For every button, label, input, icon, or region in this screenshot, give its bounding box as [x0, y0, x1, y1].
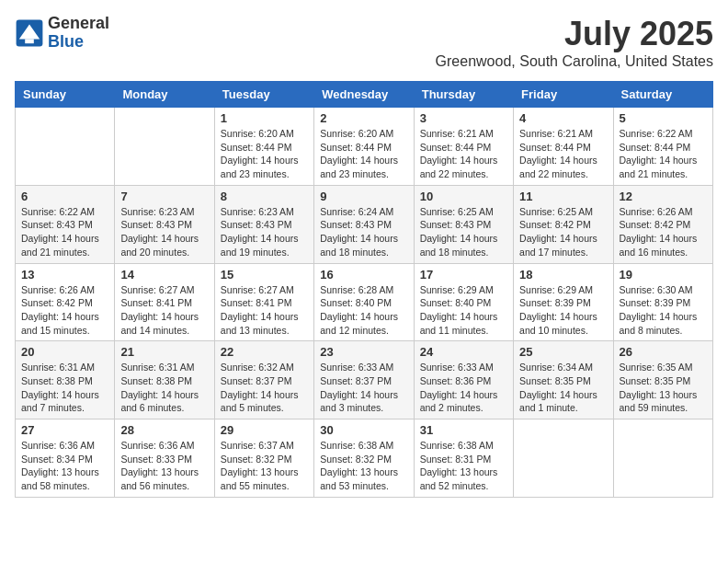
- month-title: July 2025: [436, 15, 713, 53]
- logo-blue-text: Blue: [48, 33, 109, 52]
- calendar-cell: 4Sunrise: 6:21 AM Sunset: 8:44 PM Daylig…: [514, 108, 613, 186]
- day-info: Sunrise: 6:33 AM Sunset: 8:36 PM Dayligh…: [420, 361, 507, 415]
- day-info: Sunrise: 6:20 AM Sunset: 8:44 PM Dayligh…: [320, 127, 407, 181]
- day-number: 14: [120, 268, 208, 282]
- calendar-week-row: 1Sunrise: 6:20 AM Sunset: 8:44 PM Daylig…: [16, 108, 713, 186]
- day-info: Sunrise: 6:36 AM Sunset: 8:33 PM Dayligh…: [120, 439, 208, 493]
- day-number: 31: [420, 423, 507, 437]
- calendar-cell: 7Sunrise: 6:23 AM Sunset: 8:43 PM Daylig…: [115, 185, 214, 263]
- day-info: Sunrise: 6:22 AM Sunset: 8:43 PM Dayligh…: [21, 205, 108, 259]
- day-info: Sunrise: 6:25 AM Sunset: 8:42 PM Dayligh…: [519, 205, 607, 259]
- day-number: 30: [320, 423, 407, 437]
- logo-icon: [15, 18, 44, 48]
- day-number: 1: [221, 111, 308, 125]
- calendar-cell: [514, 419, 613, 498]
- calendar-cell: 19Sunrise: 6:30 AM Sunset: 8:39 PM Dayli…: [613, 263, 712, 341]
- calendar-week-row: 20Sunrise: 6:31 AM Sunset: 8:38 PM Dayli…: [16, 341, 713, 419]
- calendar-week-row: 6Sunrise: 6:22 AM Sunset: 8:43 PM Daylig…: [16, 185, 713, 263]
- calendar-cell: 9Sunrise: 6:24 AM Sunset: 8:43 PM Daylig…: [314, 185, 414, 263]
- day-number: 13: [21, 268, 108, 282]
- calendar-table: SundayMondayTuesdayWednesdayThursdayFrid…: [15, 81, 713, 498]
- day-info: Sunrise: 6:26 AM Sunset: 8:42 PM Dayligh…: [21, 283, 108, 338]
- day-number: 22: [221, 345, 308, 359]
- day-number: 17: [420, 268, 507, 282]
- day-info: Sunrise: 6:32 AM Sunset: 8:37 PM Dayligh…: [221, 361, 308, 415]
- calendar-cell: [16, 108, 115, 186]
- day-info: Sunrise: 6:29 AM Sunset: 8:39 PM Dayligh…: [519, 283, 607, 338]
- day-number: 16: [320, 268, 407, 282]
- location-title: Greenwood, South Carolina, United States: [436, 53, 713, 70]
- calendar-cell: 5Sunrise: 6:22 AM Sunset: 8:44 PM Daylig…: [613, 108, 712, 186]
- calendar-cell: 10Sunrise: 6:25 AM Sunset: 8:43 PM Dayli…: [414, 185, 513, 263]
- calendar-cell: 15Sunrise: 6:27 AM Sunset: 8:41 PM Dayli…: [214, 263, 313, 341]
- day-info: Sunrise: 6:23 AM Sunset: 8:43 PM Dayligh…: [221, 205, 308, 259]
- logo: General Blue: [15, 15, 109, 52]
- title-block: July 2025 Greenwood, South Carolina, Uni…: [436, 15, 713, 70]
- weekday-header-row: SundayMondayTuesdayWednesdayThursdayFrid…: [16, 82, 713, 108]
- day-info: Sunrise: 6:30 AM Sunset: 8:39 PM Dayligh…: [620, 283, 707, 338]
- day-info: Sunrise: 6:31 AM Sunset: 8:38 PM Dayligh…: [21, 361, 108, 415]
- day-info: Sunrise: 6:38 AM Sunset: 8:31 PM Dayligh…: [420, 439, 507, 493]
- logo-general-text: General: [48, 15, 109, 33]
- day-info: Sunrise: 6:31 AM Sunset: 8:38 PM Dayligh…: [120, 361, 208, 415]
- day-info: Sunrise: 6:22 AM Sunset: 8:44 PM Dayligh…: [620, 127, 707, 181]
- svg-rect-2: [25, 39, 34, 43]
- day-info: Sunrise: 6:27 AM Sunset: 8:41 PM Dayligh…: [120, 283, 208, 338]
- day-number: 4: [519, 111, 607, 125]
- calendar-cell: 30Sunrise: 6:38 AM Sunset: 8:32 PM Dayli…: [314, 419, 414, 498]
- calendar-cell: 13Sunrise: 6:26 AM Sunset: 8:42 PM Dayli…: [16, 263, 115, 341]
- day-number: 23: [320, 345, 407, 359]
- calendar-cell: 29Sunrise: 6:37 AM Sunset: 8:32 PM Dayli…: [214, 419, 313, 498]
- day-info: Sunrise: 6:33 AM Sunset: 8:37 PM Dayligh…: [320, 361, 407, 415]
- weekday-header-wednesday: Wednesday: [314, 82, 414, 108]
- day-number: 12: [620, 190, 707, 203]
- weekday-header-saturday: Saturday: [613, 82, 712, 108]
- day-number: 6: [21, 190, 108, 203]
- calendar-cell: 1Sunrise: 6:20 AM Sunset: 8:44 PM Daylig…: [214, 108, 313, 186]
- calendar-cell: 2Sunrise: 6:20 AM Sunset: 8:44 PM Daylig…: [314, 108, 414, 186]
- calendar-cell: 16Sunrise: 6:28 AM Sunset: 8:40 PM Dayli…: [314, 263, 414, 341]
- calendar-cell: 24Sunrise: 6:33 AM Sunset: 8:36 PM Dayli…: [414, 341, 513, 419]
- calendar-cell: [115, 108, 214, 186]
- calendar-cell: 3Sunrise: 6:21 AM Sunset: 8:44 PM Daylig…: [414, 108, 513, 186]
- day-number: 15: [221, 268, 308, 282]
- weekday-header-tuesday: Tuesday: [214, 82, 313, 108]
- day-number: 8: [221, 190, 308, 203]
- day-info: Sunrise: 6:29 AM Sunset: 8:40 PM Dayligh…: [420, 283, 507, 338]
- weekday-header-friday: Friday: [514, 82, 613, 108]
- calendar-cell: 20Sunrise: 6:31 AM Sunset: 8:38 PM Dayli…: [16, 341, 115, 419]
- day-number: 26: [620, 345, 707, 359]
- day-number: 2: [320, 111, 407, 125]
- calendar-cell: 27Sunrise: 6:36 AM Sunset: 8:34 PM Dayli…: [16, 419, 115, 498]
- day-number: 27: [21, 423, 108, 437]
- day-number: 10: [420, 190, 507, 203]
- day-info: Sunrise: 6:37 AM Sunset: 8:32 PM Dayligh…: [221, 439, 308, 493]
- day-number: 21: [120, 345, 208, 359]
- day-number: 24: [420, 345, 507, 359]
- weekday-header-sunday: Sunday: [16, 82, 115, 108]
- day-number: 18: [519, 268, 607, 282]
- calendar-cell: 11Sunrise: 6:25 AM Sunset: 8:42 PM Dayli…: [514, 185, 613, 263]
- day-number: 25: [519, 345, 607, 359]
- calendar-cell: 12Sunrise: 6:26 AM Sunset: 8:42 PM Dayli…: [613, 185, 712, 263]
- page-header: General Blue July 2025 Greenwood, South …: [15, 15, 713, 70]
- day-info: Sunrise: 6:21 AM Sunset: 8:44 PM Dayligh…: [420, 127, 507, 181]
- day-info: Sunrise: 6:28 AM Sunset: 8:40 PM Dayligh…: [320, 283, 407, 338]
- day-number: 3: [420, 111, 507, 125]
- day-info: Sunrise: 6:38 AM Sunset: 8:32 PM Dayligh…: [320, 439, 407, 493]
- day-info: Sunrise: 6:34 AM Sunset: 8:35 PM Dayligh…: [519, 361, 607, 415]
- day-number: 7: [120, 190, 208, 203]
- calendar-week-row: 27Sunrise: 6:36 AM Sunset: 8:34 PM Dayli…: [16, 419, 713, 498]
- day-number: 20: [21, 345, 108, 359]
- calendar-week-row: 13Sunrise: 6:26 AM Sunset: 8:42 PM Dayli…: [16, 263, 713, 341]
- calendar-cell: 8Sunrise: 6:23 AM Sunset: 8:43 PM Daylig…: [214, 185, 313, 263]
- day-info: Sunrise: 6:21 AM Sunset: 8:44 PM Dayligh…: [519, 127, 607, 181]
- day-number: 19: [620, 268, 707, 282]
- day-number: 28: [120, 423, 208, 437]
- day-info: Sunrise: 6:20 AM Sunset: 8:44 PM Dayligh…: [221, 127, 308, 181]
- weekday-header-monday: Monday: [115, 82, 214, 108]
- day-info: Sunrise: 6:35 AM Sunset: 8:35 PM Dayligh…: [620, 361, 707, 415]
- calendar-cell: 28Sunrise: 6:36 AM Sunset: 8:33 PM Dayli…: [115, 419, 214, 498]
- calendar-cell: [613, 419, 712, 498]
- calendar-cell: 31Sunrise: 6:38 AM Sunset: 8:31 PM Dayli…: [414, 419, 513, 498]
